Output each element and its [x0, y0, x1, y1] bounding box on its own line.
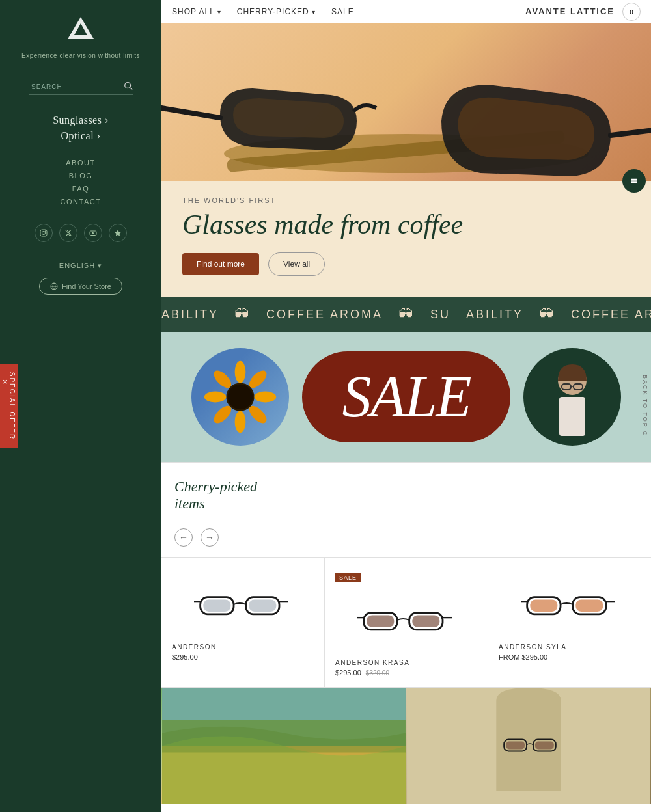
svg-point-27 [204, 392, 227, 403]
nav-blog[interactable]: BLOG [61, 172, 102, 180]
product-anderson-syla[interactable]: ANDERSON SYLA FROM $295.00 [488, 558, 651, 687]
youtube-icon[interactable] [84, 224, 102, 242]
svg-line-19 [611, 128, 651, 135]
svg-marker-9 [115, 230, 121, 236]
svg-rect-48 [530, 599, 557, 612]
landscape-image [161, 688, 406, 804]
cherry-arrows: ← → [174, 513, 638, 547]
product-image-1 [172, 571, 314, 636]
main-content: SHOP ALL ▾ CHERRY-PICKED ▾ SALE AVANTE L… [161, 0, 651, 804]
svg-point-25 [235, 411, 246, 433]
social-icons [35, 224, 127, 242]
top-nav: SHOP ALL ▾ CHERRY-PICKED ▾ SALE AVANTE L… [161, 0, 651, 23]
trustpilot-icon[interactable] [109, 224, 127, 242]
search-button[interactable] [124, 81, 133, 92]
svg-line-3 [130, 88, 133, 90]
nav-cherry-picked[interactable]: CHERRY-PICKED ▾ [237, 7, 316, 16]
sale-badge: SALE [335, 573, 361, 582]
svg-point-6 [45, 231, 46, 232]
nav-sale[interactable]: SALE [331, 7, 354, 16]
product-name-1: ANDERSON [172, 643, 314, 651]
product-price-1: $295.00 [172, 653, 314, 661]
svg-point-29 [228, 385, 253, 409]
svg-rect-50 [575, 599, 603, 612]
next-button[interactable]: → [201, 528, 219, 547]
special-offer-tab[interactable]: SPECIAL OFFER × [0, 364, 18, 448]
product-anderson[interactable]: ANDERSON $295.00 [161, 558, 325, 687]
svg-rect-38 [249, 599, 276, 612]
sunflower-circle [191, 348, 289, 446]
svg-rect-58 [506, 741, 525, 749]
view-all-button[interactable]: View all [268, 252, 325, 276]
tagline: Experience clear vision without limits [21, 52, 140, 59]
sidebar: Experience clear vision without limits S… [0, 0, 161, 812]
cart-button[interactable]: 0 [622, 3, 641, 21]
svg-rect-4 [40, 230, 47, 236]
nav-about[interactable]: ABOUT [61, 159, 102, 167]
hero-text: THE WORLD'S FIRST Glasses made from coff… [161, 181, 651, 297]
sale-text: SALE [342, 368, 470, 426]
special-offer-close[interactable]: × [3, 377, 8, 386]
product-price-2: $295.00 $320.00 [335, 669, 477, 677]
svg-rect-44 [412, 615, 439, 627]
cherry-products: ANDERSON $295.00 SALE [161, 557, 651, 687]
svg-rect-34 [559, 397, 585, 436]
svg-point-2 [125, 83, 131, 88]
sale-pill[interactable]: SALE [302, 351, 510, 442]
svg-point-5 [42, 232, 46, 235]
product-name-3: ANDERSON SYLA [499, 643, 641, 651]
hero-title: Glasses made from coffee [182, 210, 630, 239]
cherry-section: Cherry-pickeditems ← → [161, 462, 651, 687]
search-row [29, 79, 133, 95]
find-out-more-button[interactable]: Find out more [182, 253, 259, 275]
svg-rect-60 [535, 741, 554, 749]
svg-line-18 [161, 108, 220, 118]
menu-button[interactable] [622, 169, 646, 193]
svg-rect-55 [162, 688, 406, 720]
nav-shop-all[interactable]: SHOP ALL ▾ [172, 7, 221, 16]
nav-sunglasses[interactable]: Sunglasses [53, 115, 109, 126]
product-anderson-krasa[interactable]: SALE ANDERSON KRASA [325, 558, 488, 687]
nav-secondary: ABOUT BLOG FAQ CONTACT [61, 159, 102, 211]
product-image-3 [499, 571, 641, 636]
product-image-2 [335, 586, 477, 651]
product-price-3: FROM $295.00 [499, 653, 641, 661]
back-to-top[interactable]: BACK TO TOP ⊙ [639, 370, 651, 442]
sale-banner: SALE [161, 332, 651, 462]
cherry-title: Cherry-pickeditems [174, 478, 638, 513]
prev-button[interactable]: ← [174, 528, 193, 547]
special-offer-label: SPECIAL OFFER [8, 372, 16, 440]
svg-point-21 [235, 361, 246, 383]
marquee-inner: ABILITY 🕶 COFFEE AROMA 🕶 SU ABILITY 🕶 CO… [161, 306, 651, 323]
bottom-images [161, 687, 651, 804]
nav-faq[interactable]: FAQ [61, 185, 102, 193]
nav-optical[interactable]: Optical [53, 130, 109, 142]
twitter-icon[interactable] [59, 224, 77, 242]
hero-subtitle: THE WORLD'S FIRST [182, 196, 630, 204]
brand-name: AVANTE LATTICE [525, 7, 615, 16]
instagram-icon[interactable] [35, 224, 53, 242]
top-nav-links: SHOP ALL ▾ CHERRY-PICKED ▾ SALE [172, 7, 525, 16]
product-name-2: ANDERSON KRASA [335, 659, 477, 666]
nav-contact[interactable]: CONTACT [61, 198, 102, 206]
nav-main: Sunglasses Optical [53, 115, 109, 146]
svg-rect-36 [203, 599, 230, 612]
model-circle [523, 348, 621, 446]
hero-section: THE WORLD'S FIRST Glasses made from coff… [161, 23, 651, 297]
cherry-header: Cherry-pickeditems ← → [161, 478, 651, 557]
product-detail-image [406, 688, 651, 804]
find-store-button[interactable]: Find Your Store [39, 278, 122, 295]
svg-rect-42 [367, 615, 394, 627]
marquee-bar: ABILITY 🕶 COFFEE AROMA 🕶 SU ABILITY 🕶 CO… [161, 297, 651, 332]
svg-marker-8 [92, 232, 94, 235]
language-selector[interactable]: ENGLISH ▾ [59, 262, 102, 270]
svg-point-23 [255, 392, 277, 403]
logo[interactable] [65, 13, 96, 47]
search-input[interactable] [29, 79, 133, 95]
find-store-label: Find Your Store [62, 282, 111, 290]
